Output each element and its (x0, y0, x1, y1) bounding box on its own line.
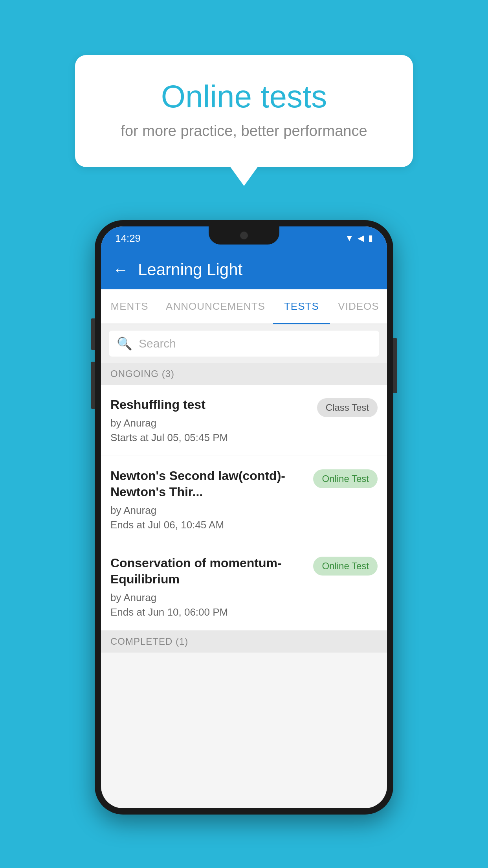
speech-bubble-container: Online tests for more practice, better p… (75, 55, 413, 167)
test-badge-3: Online Test (313, 557, 378, 576)
speech-bubble: Online tests for more practice, better p… (75, 55, 413, 167)
app-title: Learning Light (138, 260, 242, 279)
test-badge-2: Online Test (313, 469, 378, 488)
test-item-1[interactable]: Reshuffling test by Anurag Starts at Jul… (101, 385, 387, 456)
test-name-2: Newton's Second law(contd)-Newton's Thir… (110, 468, 308, 500)
test-item-3[interactable]: Conservation of momentum-Equilibrium by … (101, 543, 387, 631)
app-bar: ← Learning Light (101, 250, 387, 289)
test-author-1: by Anurag (110, 417, 312, 429)
search-icon: 🔍 (117, 336, 132, 351)
test-author-3: by Anurag (110, 592, 308, 604)
battery-icon: ▮ (368, 233, 373, 243)
test-info-2: Newton's Second law(contd)-Newton's Thir… (110, 468, 308, 531)
phone-container: 14:29 ▼ ◀ ▮ ← Learning Light MENTS ANNOU… (95, 220, 393, 815)
test-author-2: by Anurag (110, 504, 308, 517)
completed-section-header: COMPLETED (1) (101, 631, 387, 653)
phone-frame: 14:29 ▼ ◀ ▮ ← Learning Light MENTS ANNOU… (95, 220, 393, 815)
search-input-wrapper[interactable]: 🔍 Search (109, 331, 379, 357)
phone-notch (209, 226, 279, 245)
test-info-1: Reshuffling test by Anurag Starts at Jul… (110, 397, 312, 444)
bubble-title: Online tests (106, 79, 382, 115)
test-name-1: Reshuffling test (110, 397, 312, 413)
wifi-icon: ▼ (345, 233, 354, 243)
status-icons: ▼ ◀ ▮ (345, 233, 373, 243)
test-time-1: Starts at Jul 05, 05:45 PM (110, 432, 312, 444)
tab-videos[interactable]: VIDEOS (330, 289, 387, 324)
test-badge-1: Class Test (317, 398, 378, 417)
camera-icon (240, 232, 248, 239)
tab-ments[interactable]: MENTS (101, 289, 158, 324)
search-container: 🔍 Search (101, 324, 387, 363)
search-input[interactable]: Search (139, 337, 176, 350)
back-button[interactable]: ← (113, 261, 128, 279)
tabs-bar: MENTS ANNOUNCEMENTS TESTS VIDEOS (101, 289, 387, 324)
bubble-subtitle: for more practice, better performance (106, 123, 382, 140)
power-button (393, 338, 397, 393)
tab-tests[interactable]: TESTS (273, 289, 330, 324)
test-item-2[interactable]: Newton's Second law(contd)-Newton's Thir… (101, 456, 387, 543)
test-time-2: Ends at Jul 06, 10:45 AM (110, 519, 308, 531)
signal-icon: ◀ (358, 233, 364, 243)
volume-up-button (91, 318, 95, 350)
volume-down-button (91, 362, 95, 409)
status-time: 14:29 (115, 232, 141, 245)
phone-screen: 14:29 ▼ ◀ ▮ ← Learning Light MENTS ANNOU… (101, 226, 387, 808)
ongoing-section-header: ONGOING (3) (101, 363, 387, 385)
tab-announcements[interactable]: ANNOUNCEMENTS (158, 289, 273, 324)
test-info-3: Conservation of momentum-Equilibrium by … (110, 555, 308, 618)
test-name-3: Conservation of momentum-Equilibrium (110, 555, 308, 588)
test-time-3: Ends at Jun 10, 06:00 PM (110, 606, 308, 618)
